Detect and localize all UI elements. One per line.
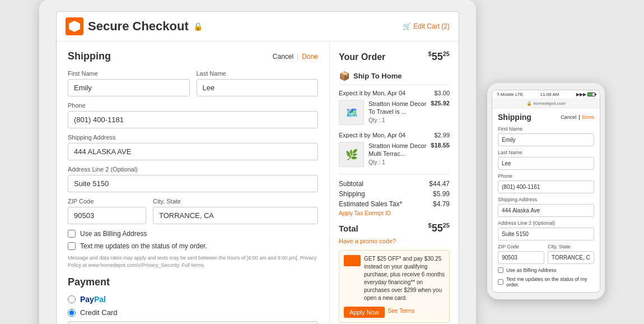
mobile-shipping-title: Shipping: [498, 113, 531, 122]
tax-exempt-link[interactable]: Apply Tax Exempt ID: [339, 210, 450, 216]
cancel-link[interactable]: Cancel: [273, 53, 293, 61]
order-total-dollars: 55: [432, 51, 443, 62]
address-input[interactable]: [68, 143, 318, 160]
shipping-value: $5.99: [433, 190, 450, 198]
text-checkbox-row: Text me updates on the status of my orde…: [68, 242, 318, 250]
mobile-signal-icon: ▶▶▶: [576, 92, 586, 97]
header-left: Secure Checkout 🔒: [66, 17, 203, 35]
subtotal-value: $44.47: [429, 180, 450, 188]
item-1-row: 🗺️ Stratton Home Decor To Travel is ... …: [339, 100, 450, 125]
last-name-label: Last Name: [197, 70, 319, 77]
order-total-price: $5525: [428, 50, 450, 63]
mobile-city-input[interactable]: [548, 251, 594, 264]
see-terms-link[interactable]: See Terms: [388, 307, 415, 315]
item-1-ship-cost: $3.00: [434, 90, 450, 96]
order-header: Your Order $5525: [339, 50, 450, 63]
item-1-info: Stratton Home Decor To Travel is ... Qty…: [368, 100, 426, 123]
mobile-first-name-label: First Name: [498, 126, 594, 132]
homedepot-logo: [66, 17, 83, 35]
item-2-expect-label: Expect it by Mon, Apr 04: [339, 132, 405, 138]
item-1-name: Stratton Home Decor To Travel is ...: [368, 100, 426, 116]
credit-card-radio[interactable]: [68, 309, 76, 317]
last-name-group: Last Name: [197, 70, 319, 96]
mobile-cancel-link[interactable]: Cancel: [561, 114, 576, 120]
shipping-title: Shipping: [68, 50, 111, 62]
mobile-address2-label: Address Line 2 (Optional): [498, 220, 594, 226]
total-dollars: 55: [432, 223, 443, 234]
city-state-group: City, State: [153, 198, 318, 224]
shipping-actions: Cancel | Done: [273, 53, 318, 61]
mobile-status-bar: T-Mobile LTE 11:08 AM ▶▶▶: [492, 90, 600, 99]
mobile-body: Shipping Cancel | Done First Name Last N…: [492, 108, 600, 292]
mobile-first-name-input[interactable]: [498, 133, 594, 146]
mobile-phone-input[interactable]: [498, 180, 594, 193]
total-row: Total $5525: [339, 222, 450, 234]
mobile-text-checkbox[interactable]: [498, 279, 503, 285]
laptop-screen: Secure Checkout 🔒 🛒 Edit Cart (2) Shippi…: [56, 11, 459, 324]
city-state-input[interactable]: [153, 207, 318, 224]
billing-checkbox[interactable]: [68, 230, 76, 238]
lock-icon: 🔒: [193, 22, 203, 31]
payment-title: Payment: [68, 276, 318, 288]
edit-cart-link[interactable]: 🛒 Edit Cart (2): [403, 22, 450, 30]
paypal-logo: PayPal: [80, 295, 106, 304]
mobile-frame: T-Mobile LTE 11:08 AM ▶▶▶ 🔒 homedepot.co…: [487, 83, 605, 299]
promo-banner: GET $25 OFF* and pay $30.25 instead on y…: [339, 250, 450, 323]
mobile-city-group: City, State: [548, 240, 594, 264]
item-1-expect: Expect it by Mon, Apr 04 $3.00: [339, 90, 450, 96]
mobile-address-label: Shipping Address: [498, 197, 594, 202]
text-checkbox[interactable]: [68, 242, 76, 250]
address-label: Shipping Address: [68, 134, 318, 141]
phone-input[interactable]: [68, 111, 318, 128]
credit-card-option: Credit Card: [68, 308, 318, 317]
ship-label: Ship To Home: [353, 72, 402, 80]
first-name-input[interactable]: [68, 79, 190, 96]
paypal-radio[interactable]: [68, 295, 76, 303]
mobile-address2-input[interactable]: [498, 228, 594, 240]
address2-input[interactable]: [68, 175, 318, 192]
mobile-carrier: T-Mobile LTE: [497, 92, 523, 97]
fine-print: Message and data rates may apply and tex…: [68, 254, 318, 269]
item-2-expect: Expect it by Mon, Apr 04 $2.99: [339, 132, 450, 138]
mobile-zip-input[interactable]: [498, 251, 544, 264]
mobile-zip-group: ZIP Code: [498, 240, 544, 264]
checkout-header: Secure Checkout 🔒 🛒 Edit Cart (2): [57, 12, 459, 41]
address-group: Shipping Address: [68, 134, 318, 160]
checkout-title: Secure Checkout: [88, 19, 189, 34]
billing-checkbox-label: Use as Billing Address: [80, 230, 147, 238]
last-name-input[interactable]: [197, 79, 319, 96]
zip-input[interactable]: [68, 207, 146, 224]
promo-card-thumb: [344, 255, 361, 266]
mobile-last-name-input[interactable]: [498, 157, 594, 170]
order-item-2: Expect it by Mon, Apr 04 $2.99 🌿 Stratto…: [339, 132, 450, 167]
billing-checkbox-row: Use as Billing Address: [68, 230, 318, 238]
item-1-price: $25.92: [431, 100, 450, 107]
right-panel: Your Order $5525 📦 Ship To Home Expect i…: [330, 41, 459, 324]
order-total-cents: 25: [443, 50, 450, 57]
item-1-expect-label: Expect it by Mon, Apr 04: [339, 90, 405, 96]
name-row: First Name Last Name: [68, 70, 318, 96]
credit-card-label: Credit Card: [80, 308, 117, 317]
mobile-address-input[interactable]: [498, 204, 594, 217]
item-2-price: $18.55: [431, 142, 450, 149]
city-state-label: City, State: [153, 198, 318, 205]
item-1-thumb: 🗺️: [339, 100, 364, 125]
mobile-time: 11:08 AM: [540, 92, 559, 97]
item-2-info: Stratton Home Decor Multi Terrac... Qty …: [368, 142, 426, 165]
mobile-last-name-label: Last Name: [498, 150, 594, 155]
promo-code-link[interactable]: Have a promo code?: [339, 238, 450, 244]
done-link[interactable]: Done: [302, 53, 318, 61]
mobile-zip-label: ZIP Code: [498, 244, 544, 249]
mobile-done-link[interactable]: Done: [582, 114, 594, 120]
promo-text: GET $25 OFF* and pay $30.25 instead on y…: [364, 255, 445, 302]
apply-now-button[interactable]: Apply Now: [344, 307, 385, 318]
credit-card-input-bar[interactable]: [68, 321, 318, 324]
cart-link-text: Edit Cart (2): [413, 22, 450, 30]
mobile-url: homedepot.com: [533, 101, 565, 106]
first-name-label: First Name: [68, 70, 190, 77]
mobile-billing-checkbox[interactable]: [498, 267, 503, 273]
item-2-name: Stratton Home Decor Multi Terrac...: [368, 142, 426, 158]
ship-icon: 📦: [339, 71, 350, 81]
total-label: Total: [339, 224, 358, 233]
item-2-row: 🌿 Stratton Home Decor Multi Terrac... Qt…: [339, 142, 450, 167]
